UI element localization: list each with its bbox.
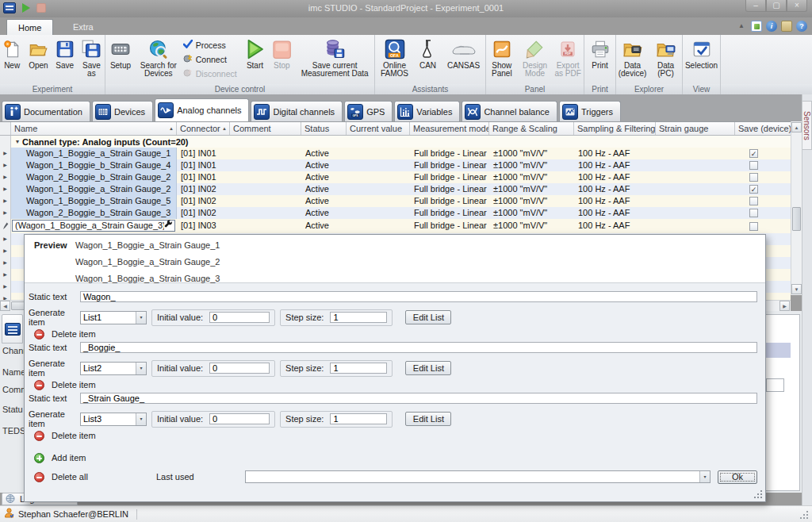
step-size-input[interactable]: 1 xyxy=(330,413,387,424)
header-save-device[interactable]: Save (device) xyxy=(735,122,791,135)
start-button[interactable]: Start xyxy=(242,36,269,84)
edit-list-button[interactable]: Edit List xyxy=(405,361,451,375)
ribbon-tab-extra[interactable]: Extra xyxy=(62,19,105,35)
save-checkbox[interactable]: ✓ xyxy=(749,185,758,194)
scroll-down-icon[interactable]: ▼ xyxy=(791,284,802,294)
delete-all-label[interactable]: Delete all xyxy=(52,472,156,482)
header-comment[interactable]: Comment xyxy=(230,122,301,135)
chevron-down-icon[interactable]: ▾ xyxy=(136,312,146,324)
setup-button[interactable]: Setup xyxy=(105,36,136,84)
list-select[interactable]: List2 ▾ xyxy=(80,362,147,375)
vertical-scroll-thumb[interactable] xyxy=(792,207,801,231)
table-row[interactable]: ▶ Wagon_1_Boggie_b_Strain Gauge_5 [01] I… xyxy=(0,195,791,207)
delete-all-icon[interactable] xyxy=(34,472,44,482)
table-row[interactable]: ▶ Wagon_1_Boggie_b_Strain Gauge_4 [01] I… xyxy=(0,159,791,171)
close-button[interactable]: × xyxy=(787,0,807,12)
header-range-scaling[interactable]: Range & Scaling xyxy=(489,122,574,135)
save-checkbox[interactable] xyxy=(749,173,758,182)
window-resize-grip[interactable] xyxy=(799,510,809,520)
header-strain-gauge[interactable]: Strain gauge xyxy=(656,122,735,135)
header-name[interactable]: Name▲ xyxy=(11,122,177,135)
name-cell[interactable]: Wagon_1_Boggie_a_Strain Gauge_2 xyxy=(11,183,177,195)
tab-channel-balance[interactable]: Channel balance xyxy=(462,101,557,121)
name-generator-wrench-icon[interactable] xyxy=(164,220,173,232)
ribbon-tab-home[interactable]: Home xyxy=(6,19,53,35)
online-famos-button[interactable]: OFA Online FAMOS xyxy=(377,36,413,84)
search-for-devices-button[interactable]: Search for Devices xyxy=(136,36,182,84)
initial-value-input[interactable]: 0 xyxy=(209,413,270,424)
details-input[interactable] xyxy=(766,378,784,392)
table-row[interactable]: ▶ Wagon_1_Boggie_a_Strain Gauge_1 [01] I… xyxy=(0,148,791,159)
delete-item-icon[interactable] xyxy=(34,431,44,441)
details-tab-channels[interactable] xyxy=(2,314,23,344)
static-text-input[interactable]: _Boggie_ xyxy=(80,342,757,353)
print-button[interactable]: Print xyxy=(585,36,615,84)
name-cell[interactable]: Wagon_1_Boggie_b_Strain Gauge_4 xyxy=(11,159,177,171)
static-text-input[interactable]: Wagon_ xyxy=(80,291,757,302)
name-cell[interactable]: Wagon_2_Boggie_b_Strain Gauge_2 xyxy=(11,171,177,183)
save-measurement-data-button[interactable]: Save current Measurement Data xyxy=(295,36,374,84)
list-select[interactable]: List1 ▾ xyxy=(80,311,147,324)
last-used-combo[interactable]: ▾ xyxy=(245,470,710,483)
delete-item-row[interactable]: Delete item xyxy=(34,430,757,441)
resources-icon[interactable] xyxy=(781,21,792,32)
save-checkbox[interactable] xyxy=(749,161,758,170)
name-edit-cell[interactable]: (Wagon_1_Boggie_a_Strain Gauge_3) xyxy=(11,219,177,233)
sensors-tab[interactable]: Sensors xyxy=(802,101,812,150)
help-icon[interactable]: ? xyxy=(796,21,807,32)
scroll-up-icon[interactable]: ▲ xyxy=(791,122,802,132)
connect-button[interactable]: Connect xyxy=(182,54,242,64)
dialog-resize-grip[interactable] xyxy=(754,490,763,499)
delete-item-icon[interactable] xyxy=(34,380,44,390)
table-row[interactable]: ▶ Wagon_1_Boggie_a_Strain Gauge_2 [01] I… xyxy=(0,183,791,195)
tab-digital-channels[interactable]: Digital channels xyxy=(251,101,343,121)
edit-panel-icon[interactable] xyxy=(751,21,762,32)
name-cell[interactable]: Wagon_2_Boggie_b_Strain Gauge_3 xyxy=(11,207,177,219)
delete-item-row[interactable]: Delete item xyxy=(34,379,757,390)
save-button[interactable]: Save xyxy=(53,36,77,84)
process-button[interactable]: Process xyxy=(182,40,242,50)
name-cell[interactable]: Wagon_1_Boggie_a_Strain Gauge_1 xyxy=(11,148,177,159)
header-current-value[interactable]: Current value xyxy=(347,122,410,135)
tab-gps[interactable]: GPS GPS xyxy=(344,101,393,121)
data-device-button[interactable]: Data (device) xyxy=(617,36,649,84)
save-as-button[interactable]: Save as xyxy=(79,36,105,84)
static-text-input[interactable]: _Strain Gauge_ xyxy=(80,393,757,404)
cansas-button[interactable]: CANSAS xyxy=(443,36,485,84)
maximize-button[interactable]: ▢ xyxy=(766,0,787,12)
initial-value-input[interactable]: 0 xyxy=(209,312,270,323)
save-checkbox[interactable]: ✓ xyxy=(749,149,758,158)
step-size-input[interactable]: 1 xyxy=(330,312,387,323)
new-button[interactable]: New xyxy=(0,36,24,84)
step-size-input[interactable]: 1 xyxy=(330,363,387,374)
table-row[interactable]: ▶ Wagon_2_Boggie_b_Strain Gauge_3 [01] I… xyxy=(0,207,791,219)
add-item-row[interactable]: Add item xyxy=(34,452,757,463)
add-item-icon[interactable] xyxy=(34,453,44,463)
collapse-ribbon-icon[interactable]: ▲ xyxy=(736,21,747,32)
table-row[interactable]: ▶ Wagon_2_Boggie_b_Strain Gauge_2 [01] I… xyxy=(0,171,791,183)
scroll-left-icon[interactable]: ◀ xyxy=(0,301,10,311)
data-pc-button[interactable]: Data (PC) xyxy=(650,36,682,84)
details-tab-label[interactable]: Chann xyxy=(2,346,24,355)
chevron-down-icon[interactable]: ▾ xyxy=(136,363,146,374)
table-row-editing[interactable]: (Wagon_1_Boggie_a_Strain Gauge_3) [01] I… xyxy=(0,219,791,233)
header-status[interactable]: Status xyxy=(301,122,347,135)
list-select[interactable]: List3 ▾ xyxy=(80,413,147,426)
collapse-icon[interactable]: ▾ xyxy=(16,138,19,145)
tab-variables[interactable]: Variables xyxy=(394,101,460,121)
save-checkbox[interactable] xyxy=(749,197,758,205)
selection-button[interactable]: Selection xyxy=(684,36,720,84)
header-connector[interactable]: Connector▲ xyxy=(177,122,230,135)
tab-documentation[interactable]: Documentation xyxy=(2,101,90,121)
initial-value-input[interactable]: 0 xyxy=(209,363,270,374)
minimize-button[interactable]: – xyxy=(745,0,766,12)
show-panel-button[interactable]: Show Panel xyxy=(486,36,518,84)
tab-devices[interactable]: Devices xyxy=(92,101,153,121)
open-button[interactable]: Open xyxy=(25,36,51,84)
can-button[interactable]: CAN xyxy=(415,36,442,84)
tab-analog-channels[interactable]: Analog channels xyxy=(155,98,249,121)
delete-item-row[interactable]: Delete item xyxy=(34,328,757,340)
save-checkbox[interactable] xyxy=(749,209,758,217)
delete-item-icon[interactable] xyxy=(34,329,44,340)
edit-list-button[interactable]: Edit List xyxy=(405,412,451,426)
